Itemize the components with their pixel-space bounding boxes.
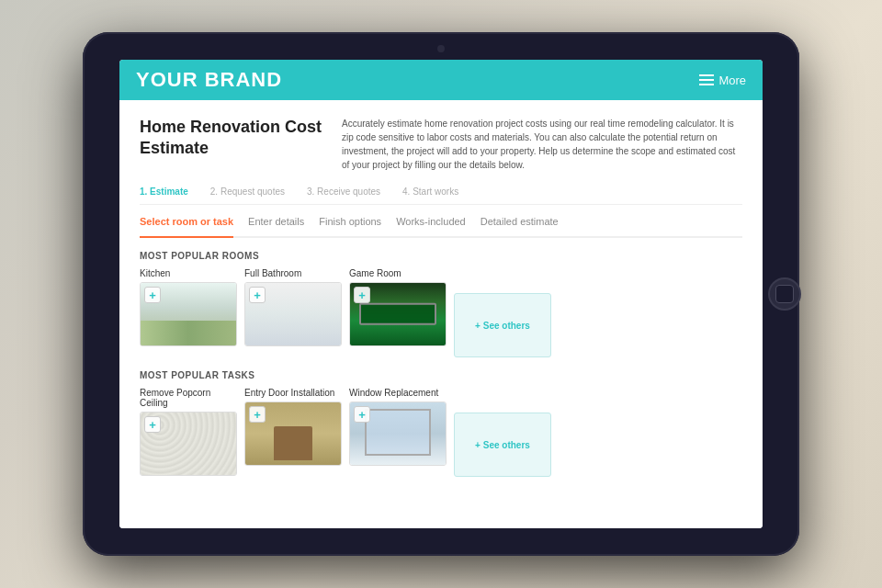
page-description: Accurately estimate home renovation proj… (342, 117, 742, 172)
room-label-gameroom: Game Room (349, 268, 447, 278)
task-label-door: Entry Door Installation (244, 388, 342, 398)
tasks-see-others-spacer (454, 388, 551, 398)
nav-more-label: More (718, 74, 746, 87)
step-2[interactable]: 2. Request quotes (210, 187, 285, 197)
add-popcorn-button[interactable]: + (144, 416, 161, 433)
room-image-kitchen[interactable]: + (140, 282, 237, 346)
room-image-bathroom[interactable]: + (244, 282, 342, 346)
add-gameroom-button[interactable]: + (354, 287, 370, 303)
room-label-bathroom: Full Bathroom (244, 268, 342, 278)
room-card-kitchen[interactable]: Kitchen + (140, 268, 237, 357)
add-door-button[interactable]: + (249, 406, 266, 423)
task-label-window: Window Replacement (349, 388, 447, 398)
tasks-see-others-card[interactable]: + See others (454, 388, 551, 477)
ipad-home-button[interactable] (768, 277, 801, 311)
task-image-door[interactable]: + (244, 401, 342, 466)
task-image-window[interactable]: + (349, 401, 447, 466)
task-image-popcorn[interactable]: + (140, 412, 237, 476)
ipad-device: YOUR BRAND More Home Renovation Cost Est… (83, 32, 799, 556)
room-card-gameroom[interactable]: Game Room + (349, 268, 447, 357)
add-kitchen-button[interactable]: + (144, 287, 161, 303)
tab-detailed-estimate[interactable]: Detailed estimate (481, 216, 559, 231)
step-1[interactable]: 1. Estimate (140, 187, 188, 197)
task-label-popcorn: Remove Popcorn Ceiling (140, 388, 237, 408)
home-button-inner (775, 285, 794, 303)
progress-steps: 1. Estimate 2. Request quotes 3. Receive… (140, 187, 742, 205)
hamburger-icon (699, 74, 714, 85)
tabs-bar: Select room or task Enter details Finish… (140, 216, 742, 238)
tasks-section-label: MOST POPULAR TASKS (140, 370, 742, 380)
task-card-popcorn[interactable]: Remove Popcorn Ceiling + (140, 388, 237, 477)
app-header: YOUR BRAND More (119, 60, 763, 100)
tasks-see-others-button[interactable]: + See others (454, 413, 551, 477)
page-title: Home Renovation Cost Estimate (140, 117, 323, 172)
app-content: Home Renovation Cost Estimate Accurately… (119, 100, 763, 528)
ipad-camera (437, 45, 445, 52)
rooms-see-others-spacer (454, 268, 551, 278)
nav-more-button[interactable]: More (699, 74, 746, 87)
rooms-grid: Kitchen + Full Bathroom + Game R (140, 268, 742, 357)
brand-name: YOUR BRAND (136, 68, 282, 92)
rooms-section-label: MOST POPULAR ROOMS (140, 251, 742, 261)
tasks-see-others-label: + See others (475, 440, 530, 450)
add-window-button[interactable]: + (354, 406, 370, 423)
room-image-gameroom[interactable]: + (349, 282, 447, 346)
ipad-screen: YOUR BRAND More Home Renovation Cost Est… (119, 60, 763, 528)
tasks-grid: Remove Popcorn Ceiling + Entry Door Inst… (140, 388, 742, 477)
task-card-door[interactable]: Entry Door Installation + (244, 388, 342, 477)
title-section: Home Renovation Cost Estimate Accurately… (140, 117, 742, 172)
room-card-bathroom[interactable]: Full Bathroom + (244, 268, 342, 357)
step-4[interactable]: 4. Start works (402, 187, 458, 197)
room-label-kitchen: Kitchen (140, 268, 237, 278)
rooms-see-others-label: + See others (475, 321, 530, 331)
tab-enter-details[interactable]: Enter details (248, 216, 304, 231)
tab-select-room[interactable]: Select room or task (140, 216, 233, 238)
tab-finish-options[interactable]: Finish options (319, 216, 381, 231)
step-3[interactable]: 3. Receive quotes (307, 187, 380, 197)
rooms-see-others-card[interactable]: + See others (454, 268, 551, 357)
tab-works-included[interactable]: Works-included (396, 216, 466, 231)
add-bathroom-button[interactable]: + (249, 287, 266, 303)
rooms-see-others-button[interactable]: + See others (454, 293, 551, 357)
task-card-window[interactable]: Window Replacement + (349, 388, 447, 477)
